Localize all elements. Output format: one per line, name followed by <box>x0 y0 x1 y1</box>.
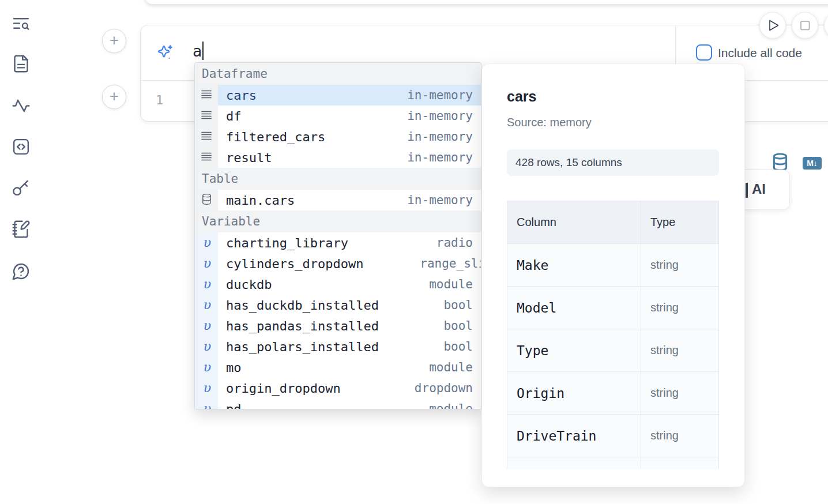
item-content: resultin-memory <box>218 147 481 168</box>
clipped-letter <box>746 183 748 198</box>
autocomplete-item[interactable]: υhas_pandas_installedbool <box>195 315 481 336</box>
autocomplete-item[interactable]: υhas_polars_installedbool <box>195 336 481 357</box>
stop-button[interactable] <box>792 12 818 39</box>
rows-icon <box>201 152 212 164</box>
scratchpad-notebook-icon[interactable] <box>12 220 31 239</box>
file-document-icon[interactable] <box>12 54 31 73</box>
key-icon[interactable] <box>12 178 31 197</box>
item-label: cars <box>226 88 257 103</box>
autocomplete-section-header: Table <box>195 168 481 190</box>
schema-column-type: string <box>641 415 719 457</box>
schema-column-name: Origin <box>507 372 641 415</box>
item-content: main.carsin-memory <box>218 190 481 210</box>
schema-table-body: MakestringModelstringTypestringOriginstr… <box>507 244 719 469</box>
schema-column-name: Make <box>507 244 641 287</box>
autocomplete-item[interactable]: resultin-memory <box>195 147 481 168</box>
item-type: range_slider <box>420 257 481 270</box>
variable-icon: υ <box>202 257 210 270</box>
item-content: momodule <box>218 357 481 378</box>
item-type: module <box>429 360 473 374</box>
schema-table-wrap: Column Type MakestringModelstringTypestr… <box>507 201 720 469</box>
item-gutter: υ <box>195 398 218 409</box>
item-type: in-memory <box>407 88 473 102</box>
schema-column-type <box>641 457 719 469</box>
schema-header-column: Column <box>507 201 641 244</box>
item-label: duckdb <box>226 277 272 292</box>
item-gutter: υ <box>195 378 218 398</box>
item-content: filtered_carsin-memory <box>218 126 481 147</box>
add-cell-below-button[interactable]: + <box>102 85 126 109</box>
autocomplete-item[interactable]: υorigin_dropdowndropdown <box>195 378 481 398</box>
variable-icon: υ <box>202 278 210 291</box>
item-gutter <box>195 85 218 106</box>
database-icon[interactable] <box>771 152 789 172</box>
item-content: has_pandas_installedbool <box>218 315 481 336</box>
item-label: mo <box>226 360 242 375</box>
play-icon <box>760 13 785 38</box>
item-label: filtered_cars <box>226 130 325 144</box>
item-label: charting_library <box>226 236 348 250</box>
item-gutter: υ <box>195 274 218 295</box>
plus-icon: + <box>110 88 119 105</box>
item-type: module <box>429 277 473 291</box>
variable-icon: υ <box>202 299 210 311</box>
stop-square-icon <box>792 13 818 38</box>
schema-column-type: string <box>641 244 719 287</box>
item-content: dfin-memory <box>218 106 481 126</box>
plus-icon: + <box>110 32 119 49</box>
schema-column-name: Model <box>507 287 641 329</box>
item-label: origin_dropdown <box>226 381 341 396</box>
item-content: carsin-memory <box>218 85 481 106</box>
item-gutter <box>195 126 218 147</box>
toc-search-icon[interactable] <box>12 14 31 33</box>
autocomplete-item[interactable]: υduckdbmodule <box>195 274 481 295</box>
item-gutter <box>195 190 218 210</box>
schema-row: Makestring <box>507 244 719 287</box>
dataframe-preview-panel: cars Source: memory 428 rows, 15 columns… <box>481 63 745 487</box>
item-content: cylinders_dropdownrange_slider <box>218 253 481 274</box>
autocomplete-item[interactable]: filtered_carsin-memory <box>195 126 481 147</box>
include-all-code-checkbox[interactable] <box>696 44 712 61</box>
autocomplete-dropdown: Dataframecarsin-memorydfin-memoryfiltere… <box>194 62 481 409</box>
autocomplete-item[interactable]: main.carsin-memory <box>195 190 481 210</box>
autocomplete-item[interactable]: υpdmodule <box>195 398 481 409</box>
run-button[interactable] <box>759 12 786 39</box>
variable-icon: υ <box>202 361 210 374</box>
item-label: has_pandas_installed <box>226 319 379 333</box>
autocomplete-item[interactable]: carsin-memory <box>195 85 481 106</box>
item-type: in-memory <box>407 130 473 144</box>
item-type: in-memory <box>407 151 473 164</box>
variable-icon: υ <box>202 382 210 394</box>
item-type: module <box>429 402 473 409</box>
item-type: bool <box>443 340 473 353</box>
variable-icon: υ <box>202 236 210 249</box>
preview-source: Source: memory <box>507 116 592 129</box>
schema-table: Column Type MakestringModelstringTypestr… <box>507 201 719 469</box>
previous-cell-edge <box>144 0 828 5</box>
autocomplete-item[interactable]: dfin-memory <box>195 106 481 126</box>
item-gutter: υ <box>195 232 218 253</box>
item-type: dropdown <box>415 381 473 395</box>
add-cell-above-button[interactable]: + <box>102 29 126 53</box>
item-type: bool <box>443 319 473 333</box>
item-label: has_duckdb_installed <box>226 298 379 313</box>
help-chat-icon[interactable] <box>12 262 31 281</box>
item-content: has_duckdb_installedbool <box>218 295 481 315</box>
schema-row <box>507 457 719 469</box>
item-label: df <box>226 109 242 123</box>
autocomplete-item[interactable]: υmomodule <box>195 357 481 378</box>
autocomplete-item[interactable]: υhas_duckdb_installedbool <box>195 295 481 315</box>
code-snippets-icon[interactable] <box>12 137 31 156</box>
autocomplete-item[interactable]: υcharting_libraryradio <box>195 232 481 253</box>
item-content: pdmodule <box>218 398 481 409</box>
autocomplete-item[interactable]: υcylinders_dropdownrange_slider <box>195 253 481 274</box>
rows-icon <box>201 131 212 143</box>
ai-prompt-input[interactable]: a <box>193 42 204 60</box>
markdown-convert-icon[interactable]: M↓ <box>803 157 822 170</box>
activity-icon[interactable] <box>12 96 31 115</box>
schema-column-name: DriveTrain <box>507 415 641 457</box>
item-label: main.cars <box>226 193 295 208</box>
schema-row: Typestring <box>507 329 719 372</box>
schema-column-type: string <box>641 287 719 329</box>
item-label: result <box>226 151 272 165</box>
